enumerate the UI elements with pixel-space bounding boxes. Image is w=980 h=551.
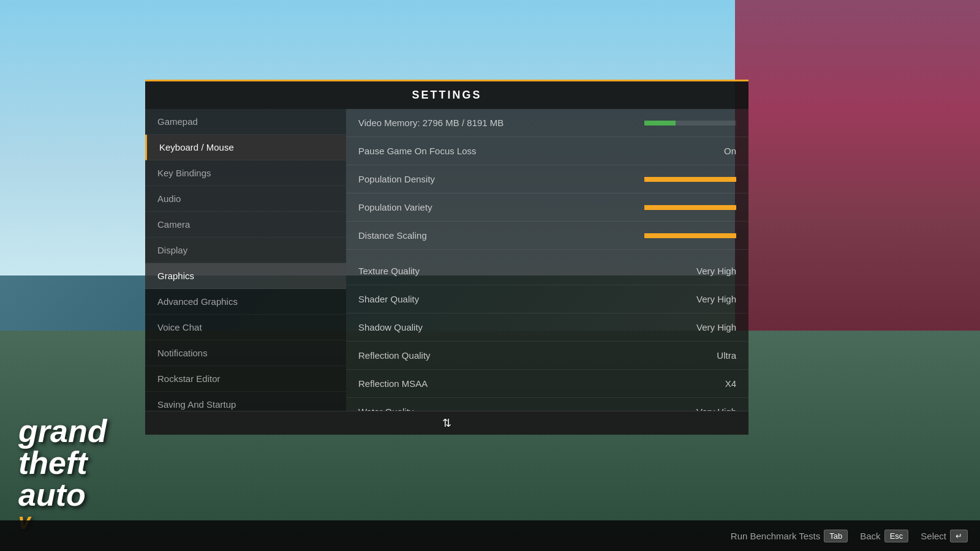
gta-logo: grand theft auto V xyxy=(18,415,107,533)
content-row-shader-quality: Shader QualityVery High xyxy=(346,285,748,313)
settings-panel: SETTINGS GamepadKeyboard / MouseKey Bind… xyxy=(145,80,748,435)
row-value-texture-quality: Very High xyxy=(696,266,736,276)
back-label: Back xyxy=(860,531,880,541)
content-row-population-density: Population Density xyxy=(346,165,748,193)
bar-fill-distance-scaling xyxy=(644,233,736,238)
select-key: ↵ xyxy=(950,530,968,542)
row-value-reflection-msaa: X4 xyxy=(725,378,736,389)
content-row-water-quality: Water QualityVery High xyxy=(346,398,748,411)
row-label-reflection-quality: Reflection Quality xyxy=(358,350,431,361)
content-row-shadow-quality: Shadow QualityVery High xyxy=(346,313,748,342)
sidebar-item-graphics[interactable]: Graphics xyxy=(145,263,346,289)
row-value-pause-game: On xyxy=(724,146,736,156)
row-label-shader-quality: Shader Quality xyxy=(358,294,419,304)
content-row-pause-game: Pause Game On Focus LossOn xyxy=(346,137,748,165)
bar-fill-population-density xyxy=(644,177,736,182)
sidebar-item-key-bindings[interactable]: Key Bindings xyxy=(145,160,346,186)
benchmark-key: Tab xyxy=(824,530,848,542)
row-label-water-quality: Water Quality xyxy=(358,407,413,411)
scroll-indicator: ⇅ xyxy=(145,411,748,435)
sidebar-item-gamepad[interactable]: Gamepad xyxy=(145,109,346,135)
benchmark-label: Run Benchmark Tests xyxy=(731,531,820,541)
row-label-video-memory: Video Memory: 2796 MB / 8191 MB xyxy=(358,118,503,128)
row-label-shadow-quality: Shadow Quality xyxy=(358,322,423,332)
select-btn[interactable]: Select ↵ xyxy=(921,530,968,542)
settings-title-bar: SETTINGS xyxy=(145,80,748,109)
settings-title: SETTINGS xyxy=(412,89,481,101)
back-btn[interactable]: Back Esc xyxy=(860,530,908,542)
sidebar-item-keyboard-mouse[interactable]: Keyboard / Mouse xyxy=(145,135,346,160)
content-row-texture-quality: Texture QualityVery High xyxy=(346,257,748,285)
row-label-population-density: Population Density xyxy=(358,174,435,184)
bar-fill-video-memory xyxy=(644,121,676,126)
content-row-population-variety: Population Variety xyxy=(346,193,748,222)
benchmark-btn[interactable]: Run Benchmark Tests Tab xyxy=(731,530,848,542)
sidebar-item-audio[interactable]: Audio xyxy=(145,186,346,212)
row-label-reflection-msaa: Reflection MSAA xyxy=(358,378,428,389)
sidebar-item-saving-startup[interactable]: Saving And Startup xyxy=(145,392,346,411)
content-row-distance-scaling: Distance Scaling xyxy=(346,222,748,250)
scroll-arrows-icon: ⇅ xyxy=(442,416,451,430)
sidebar-item-rockstar-editor[interactable]: Rockstar Editor xyxy=(145,366,346,392)
select-label: Select xyxy=(921,531,946,541)
row-label-texture-quality: Texture Quality xyxy=(358,266,420,276)
content-row-reflection-quality: Reflection QualityUltra xyxy=(346,342,748,370)
row-label-pause-game: Pause Game On Focus Loss xyxy=(358,146,477,156)
sidebar-item-notifications[interactable]: Notifications xyxy=(145,340,346,366)
row-value-shader-quality: Very High xyxy=(696,294,736,304)
content-row-reflection-msaa: Reflection MSAAX4 xyxy=(346,370,748,398)
content-spacer xyxy=(346,250,748,257)
bar-container-video-memory xyxy=(644,121,736,126)
row-value-reflection-quality: Ultra xyxy=(717,350,736,361)
bar-container-distance-scaling xyxy=(644,233,736,238)
sidebar-item-camera[interactable]: Camera xyxy=(145,212,346,238)
bar-container-population-variety xyxy=(644,205,736,210)
bottom-toolbar: Run Benchmark Tests Tab Back Esc Select … xyxy=(0,520,980,551)
row-label-distance-scaling: Distance Scaling xyxy=(358,230,427,241)
sidebar-item-voice-chat[interactable]: Voice Chat xyxy=(145,315,346,340)
row-label-population-variety: Population Variety xyxy=(358,202,432,212)
row-value-shadow-quality: Very High xyxy=(696,322,736,332)
sidebar: GamepadKeyboard / MouseKey BindingsAudio… xyxy=(145,109,346,411)
sidebar-item-advanced-graphics[interactable]: Advanced Graphics xyxy=(145,289,346,315)
bar-container-population-density xyxy=(644,177,736,182)
sidebar-item-display[interactable]: Display xyxy=(145,238,346,263)
settings-body: GamepadKeyboard / MouseKey BindingsAudio… xyxy=(145,109,748,411)
bar-fill-population-variety xyxy=(644,205,736,210)
back-key: Esc xyxy=(884,530,909,542)
row-value-water-quality: Very High xyxy=(696,407,736,411)
content-row-video-memory: Video Memory: 2796 MB / 8191 MB xyxy=(346,109,748,137)
content-area[interactable]: Video Memory: 2796 MB / 8191 MBPause Gam… xyxy=(346,109,748,411)
